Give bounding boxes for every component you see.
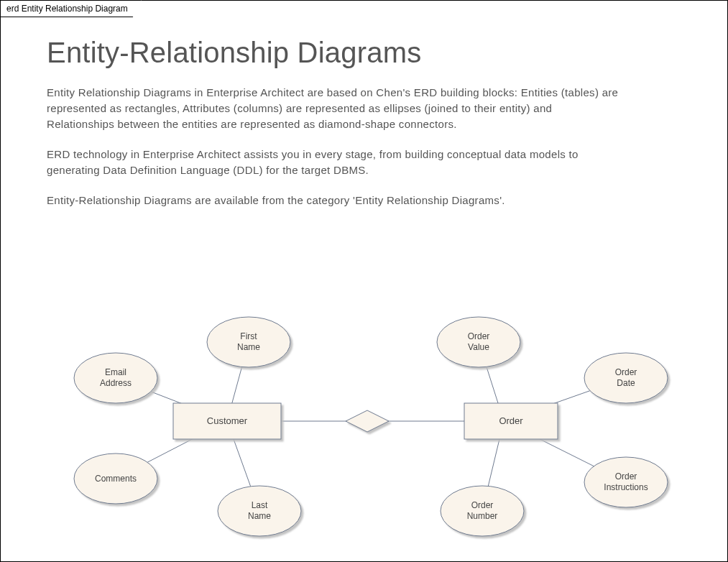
svg-text:Order: Order xyxy=(615,367,637,377)
attr-email[interactable]: Email Address xyxy=(74,353,157,403)
attr-ordernumber[interactable]: Order Number xyxy=(441,486,524,536)
svg-text:Name: Name xyxy=(237,342,260,352)
svg-text:Last: Last xyxy=(252,500,268,510)
svg-text:Address: Address xyxy=(100,378,132,388)
entity-customer-label: Customer xyxy=(207,415,248,426)
svg-text:Value: Value xyxy=(468,342,489,352)
attr-firstname[interactable]: First Name xyxy=(207,317,290,367)
intro-paragraph-3: Entity-Relationship Diagrams are availab… xyxy=(47,193,622,208)
entity-order-label: Order xyxy=(499,415,523,426)
attr-orderinstr[interactable]: Order Instructions xyxy=(584,457,668,507)
svg-text:First: First xyxy=(240,331,257,341)
page-title: Entity-Relationship Diagrams xyxy=(47,37,699,69)
intro-paragraph-2: ERD technology in Enterprise Architect a… xyxy=(47,147,622,178)
entity-customer[interactable]: Customer xyxy=(173,403,281,439)
svg-text:Instructions: Instructions xyxy=(604,482,648,492)
document-content: Entity-Relationship Diagrams Entity Rela… xyxy=(47,37,699,223)
entity-order[interactable]: Order xyxy=(464,403,558,439)
attr-comments[interactable]: Comments xyxy=(74,453,157,504)
svg-text:Email: Email xyxy=(105,367,126,377)
svg-text:Comments: Comments xyxy=(95,474,137,484)
diagram-frame: erd Entity Relationship Diagram Entity-R… xyxy=(0,0,728,562)
svg-text:Order: Order xyxy=(468,331,490,341)
svg-text:Name: Name xyxy=(248,511,271,521)
diagram-tab-label: erd Entity Relationship Diagram xyxy=(0,0,142,17)
svg-text:Order: Order xyxy=(471,500,494,510)
svg-text:Order: Order xyxy=(615,471,637,482)
svg-marker-9 xyxy=(346,410,389,432)
svg-text:Date: Date xyxy=(617,378,635,388)
intro-paragraph-1: Entity Relationship Diagrams in Enterpri… xyxy=(47,85,622,132)
attr-orderdate[interactable]: Order Date xyxy=(584,353,668,403)
relationship-diamond[interactable] xyxy=(346,410,389,432)
attr-lastname[interactable]: Last Name xyxy=(218,486,301,536)
er-diagram: Customer Order Email Address First Name … xyxy=(1,281,728,561)
attr-ordervalue[interactable]: Order Value xyxy=(437,317,520,367)
svg-text:Number: Number xyxy=(467,511,498,521)
